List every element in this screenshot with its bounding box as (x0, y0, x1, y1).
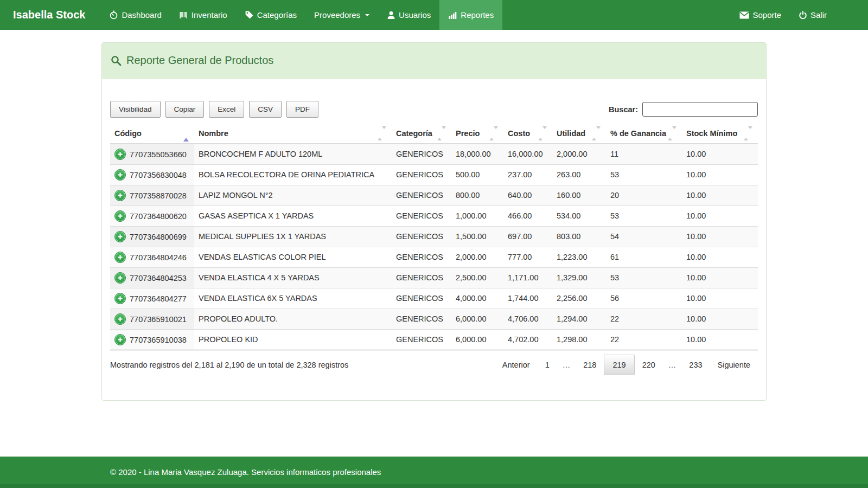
expand-row-button[interactable] (114, 149, 126, 160)
nav-label: Soporte (752, 10, 781, 20)
codigo-cell: 7707356830048 (110, 164, 194, 185)
column-header-ganancia[interactable]: % de Ganancia (606, 123, 682, 144)
user-icon (387, 11, 395, 20)
table-header-row: Código Nombre Categoría (110, 123, 758, 144)
precio-cell: 6,000.00 (451, 329, 503, 350)
expand-row-button[interactable] (114, 231, 126, 242)
column-header-precio[interactable]: Precio (451, 123, 503, 144)
nav-label: Dashboard (122, 10, 161, 20)
nav-label: Categorías (257, 10, 297, 20)
expand-row-button[interactable] (114, 252, 126, 263)
nav-label: Proveedores (314, 10, 360, 20)
expand-row-button[interactable] (114, 190, 126, 201)
categoria-cell: GENERICOS (392, 144, 451, 164)
table-row: 7707355053660 BRONCOCHEM F ADULTO 120ML … (110, 144, 758, 164)
search-label: Buscar: (609, 105, 638, 114)
column-header-stock-minimo[interactable]: Stock Mínimo (682, 123, 758, 144)
csv-button[interactable]: CSV (249, 101, 282, 118)
app-brand[interactable]: Isabella Stock (0, 0, 100, 30)
expand-row-button[interactable] (114, 210, 126, 222)
nav-item-categorias[interactable]: Categorías (236, 0, 305, 30)
precio-cell: 2,000.00 (451, 247, 503, 267)
records-info: Mostrando registros del 2,181 al 2,190 d… (110, 361, 348, 369)
sort-both-icon (489, 129, 498, 138)
categoria-cell: GENERICOS (392, 329, 451, 350)
expand-row-button[interactable] (114, 334, 126, 345)
precio-cell: 1,000.00 (451, 206, 503, 226)
nav-label: Usuarios (399, 10, 431, 20)
column-header-categoria[interactable]: Categoría (392, 123, 451, 144)
barcode-icon (179, 11, 188, 20)
pagination: Anterior 1 … 218 219 220 … 233 Siguiente (495, 355, 758, 375)
sort-both-icon (668, 129, 676, 138)
nav-item-dashboard[interactable]: Dashboard (100, 0, 170, 30)
column-header-codigo[interactable]: Código (110, 123, 194, 144)
pagination-ellipsis: … (557, 355, 576, 375)
codigo-cell: 7707358870028 (110, 185, 194, 206)
column-header-nombre[interactable]: Nombre (194, 123, 392, 144)
pagination-page-233[interactable]: 233 (681, 355, 710, 375)
ganancia-cell: 22 (606, 309, 682, 329)
categoria-cell: GENERICOS (392, 267, 451, 288)
precio-cell: 6,000.00 (451, 309, 503, 329)
nav-item-inventario[interactable]: Inventario (170, 0, 236, 30)
table-row: 7707356830048 BOLSA RECOLECTORA DE ORINA… (110, 164, 758, 185)
nav-item-usuarios[interactable]: Usuarios (378, 0, 439, 30)
nombre-cell: VENDAS ELASTICAS COLOR PIEL (194, 247, 392, 267)
pagination-next[interactable]: Siguiente (710, 355, 758, 375)
nombre-cell: VENDA ELASTICA 6X 5 YARDAS (194, 288, 392, 309)
copy-button[interactable]: Copiar (165, 101, 205, 118)
nav-right: Soporte Salir (731, 0, 868, 30)
costo-cell: 16,000.00 (503, 144, 552, 164)
nombre-cell: MEDICAL SUPPLIES 1X 1 YARDAS (194, 226, 392, 247)
nav-item-proveedores[interactable]: Proveedores (305, 0, 378, 30)
visibility-button[interactable]: Visibilidad (110, 101, 161, 118)
nav-item-salir[interactable]: Salir (790, 0, 835, 30)
categoria-cell: GENERICOS (392, 206, 451, 226)
costo-cell: 466.00 (503, 206, 552, 226)
copyright-text: © 2020 - Lina Maria Vasquez Zuluaga. Ser… (110, 467, 381, 477)
excel-button[interactable]: Excel (209, 101, 244, 118)
expand-row-button[interactable] (114, 293, 126, 304)
page-footer: © 2020 - Lina Maria Vasquez Zuluaga. Ser… (0, 457, 868, 488)
costo-cell: 697.00 (503, 226, 552, 247)
expand-row-button[interactable] (114, 169, 126, 181)
costo-cell: 4,702.00 (503, 329, 552, 350)
search-icon (111, 55, 122, 66)
pagination-page-219-active[interactable]: 219 (604, 355, 634, 375)
column-header-costo[interactable]: Costo (503, 123, 552, 144)
stock-cell: 10.00 (682, 309, 758, 329)
nav-item-soporte[interactable]: Soporte (731, 0, 790, 30)
costo-cell: 777.00 (503, 247, 552, 267)
codigo-cell: 7707355053660 (110, 144, 194, 164)
nav-label: Salir (810, 10, 827, 20)
codigo-cell: 7707365910038 (110, 329, 194, 350)
nombre-cell: VENDA ELASTICA 4 X 5 YARDAS (194, 267, 392, 288)
utilidad-cell: 534.00 (552, 206, 606, 226)
ganancia-cell: 53 (606, 164, 682, 185)
nombre-cell: PROPOLEO ADULTO. (194, 309, 392, 329)
bar-chart-icon (448, 11, 457, 20)
pagination-previous[interactable]: Anterior (495, 355, 538, 375)
expand-row-button[interactable] (114, 272, 126, 284)
expand-row-button[interactable] (114, 313, 126, 325)
pagination-page-220[interactable]: 220 (635, 355, 663, 375)
categoria-cell: GENERICOS (392, 309, 451, 329)
search-input[interactable] (642, 102, 758, 117)
ganancia-cell: 53 (606, 267, 682, 288)
nombre-cell: LAPIZ MONGOL N°2 (194, 185, 392, 206)
stock-cell: 10.00 (682, 247, 758, 267)
stock-cell: 10.00 (682, 267, 758, 288)
utilidad-cell: 2,000.00 (552, 144, 606, 164)
utilidad-cell: 2,256.00 (552, 288, 606, 309)
codigo-cell: 7707365910021 (110, 309, 194, 329)
pdf-button[interactable]: PDF (286, 101, 318, 118)
utilidad-cell: 263.00 (552, 164, 606, 185)
nav-item-reportes[interactable]: Reportes (439, 0, 502, 30)
precio-cell: 2,500.00 (451, 267, 503, 288)
column-header-utilidad[interactable]: Utilidad (552, 123, 606, 144)
pagination-page-218[interactable]: 218 (576, 355, 604, 375)
precio-cell: 800.00 (451, 185, 503, 206)
pagination-page-1[interactable]: 1 (538, 355, 557, 375)
precio-cell: 500.00 (451, 164, 503, 185)
